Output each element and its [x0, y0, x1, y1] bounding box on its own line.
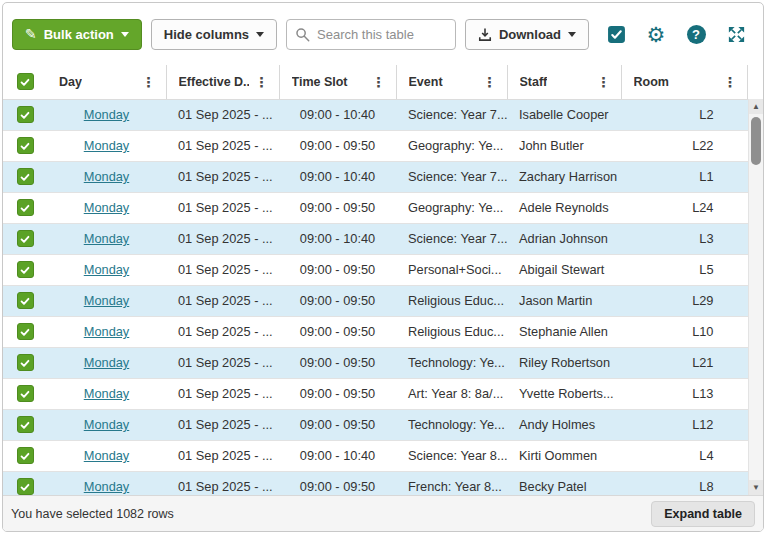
event-cell: Science: Year 7... [396, 161, 507, 192]
column-header-time-slot[interactable]: Time Slot⋮ [279, 65, 396, 99]
effective-date-cell: 01 Sep 2025 - ... [166, 130, 279, 161]
time-slot-cell: 09:00 - 09:50 [279, 130, 396, 161]
column-menu-icon[interactable]: ⋮ [717, 74, 737, 90]
column-menu-icon[interactable]: ⋮ [366, 74, 386, 90]
table-row[interactable]: Monday 01 Sep 2025 - ... 09:00 - 09:50 P… [3, 254, 748, 285]
check-icon [19, 109, 31, 121]
time-slot-cell: 09:00 - 10:40 [279, 223, 396, 254]
row-checkbox[interactable] [17, 323, 34, 340]
vertical-scrollbar[interactable]: ▲ ▼ [748, 99, 763, 495]
table-row[interactable]: Monday 01 Sep 2025 - ... 09:00 - 09:50 G… [3, 192, 748, 223]
settings-button[interactable]: ⚙ [638, 18, 674, 50]
effective-date-cell: 01 Sep 2025 - ... [166, 285, 279, 316]
table-row[interactable]: Monday 01 Sep 2025 - ... 09:00 - 10:40 S… [3, 99, 748, 130]
day-link[interactable]: Monday [84, 107, 130, 122]
table-row[interactable]: Monday 01 Sep 2025 - ... 09:00 - 09:50 R… [3, 316, 748, 347]
day-link[interactable]: Monday [84, 200, 130, 215]
room-cell: L13 [621, 378, 748, 409]
day-link[interactable]: Monday [84, 417, 130, 432]
scroll-up-arrow[interactable]: ▲ [749, 99, 763, 114]
column-menu-icon[interactable]: ⋮ [136, 74, 156, 90]
table-row[interactable]: Monday 01 Sep 2025 - ... 09:00 - 09:50 A… [3, 378, 748, 409]
effective-date-cell: 01 Sep 2025 - ... [166, 161, 279, 192]
select-rows-button[interactable] [598, 18, 634, 50]
event-cell: Religious Educ... [396, 316, 507, 347]
table-row[interactable]: Monday 01 Sep 2025 - ... 09:00 - 09:50 G… [3, 130, 748, 161]
event-cell: Science: Year 7... [396, 99, 507, 130]
column-menu-icon[interactable]: ⋮ [477, 74, 497, 90]
row-checkbox[interactable] [17, 292, 34, 309]
row-checkbox-cell [3, 285, 47, 316]
row-checkbox-cell [3, 347, 47, 378]
expand-table-button[interactable]: Expand table [651, 501, 755, 527]
day-link[interactable]: Monday [84, 262, 130, 277]
effective-date-cell: 01 Sep 2025 - ... [166, 223, 279, 254]
day-cell: Monday [47, 316, 166, 347]
day-link[interactable]: Monday [84, 448, 130, 463]
event-cell: Technology: Ye... [396, 409, 507, 440]
row-checkbox[interactable] [17, 230, 34, 247]
scroll-down-arrow[interactable]: ▼ [749, 480, 763, 495]
row-checkbox[interactable] [17, 261, 34, 278]
scroll-thumb[interactable] [751, 117, 761, 165]
row-checkbox-cell [3, 99, 47, 130]
column-menu-icon[interactable]: ⋮ [249, 74, 269, 90]
day-link[interactable]: Monday [84, 386, 130, 401]
table-area: Day⋮ Effective D...⋮ Time Slot⋮ Event⋮ S… [3, 65, 763, 495]
download-button[interactable]: Download [465, 19, 589, 50]
table-row[interactable]: Monday 01 Sep 2025 - ... 09:00 - 09:50 T… [3, 409, 748, 440]
day-link[interactable]: Monday [84, 138, 130, 153]
hide-columns-button[interactable]: Hide columns [151, 19, 277, 50]
row-checkbox[interactable] [17, 447, 34, 464]
day-link[interactable]: Monday [84, 324, 130, 339]
check-icon [19, 357, 31, 369]
row-checkbox[interactable] [17, 106, 34, 123]
table-row[interactable]: Monday 01 Sep 2025 - ... 09:00 - 10:40 S… [3, 161, 748, 192]
column-menu-icon[interactable]: ⋮ [591, 74, 611, 90]
column-header-event[interactable]: Event⋮ [396, 65, 507, 99]
time-slot-cell: 09:00 - 09:50 [279, 409, 396, 440]
row-checkbox-cell [3, 192, 47, 223]
row-checkbox-cell [3, 316, 47, 347]
row-checkbox[interactable] [17, 385, 34, 402]
selection-status: You have selected 1082 rows [11, 507, 174, 521]
table-row[interactable]: Monday 01 Sep 2025 - ... 09:00 - 10:40 S… [3, 440, 748, 471]
bulk-action-button[interactable]: ✎ Bulk action [12, 19, 142, 50]
column-header-staff[interactable]: Staff⋮ [507, 65, 621, 99]
day-cell: Monday [47, 161, 166, 192]
select-all-checkbox[interactable] [17, 73, 34, 90]
time-slot-cell: 09:00 - 09:50 [279, 192, 396, 223]
row-checkbox[interactable] [17, 137, 34, 154]
staff-cell: Kirti Oommen [507, 440, 621, 471]
day-link[interactable]: Monday [84, 293, 130, 308]
column-header-effective-date[interactable]: Effective D...⋮ [166, 65, 279, 99]
table-row[interactable]: Monday 01 Sep 2025 - ... 09:00 - 09:50 F… [3, 471, 748, 495]
time-slot-cell: 09:00 - 10:40 [279, 440, 396, 471]
header-row: Day⋮ Effective D...⋮ Time Slot⋮ Event⋮ S… [3, 65, 748, 99]
column-header-room[interactable]: Room⋮ [621, 65, 748, 99]
row-checkbox[interactable] [17, 168, 34, 185]
day-link[interactable]: Monday [84, 479, 130, 494]
day-link[interactable]: Monday [84, 169, 130, 184]
help-button[interactable]: ? [678, 18, 714, 50]
column-header-day[interactable]: Day⋮ [47, 65, 166, 99]
fullscreen-button[interactable] [718, 18, 754, 50]
column-label: Time Slot [292, 75, 348, 89]
time-slot-cell: 09:00 - 09:50 [279, 347, 396, 378]
row-checkbox[interactable] [17, 199, 34, 216]
table-row[interactable]: Monday 01 Sep 2025 - ... 09:00 - 10:40 S… [3, 223, 748, 254]
row-checkbox[interactable] [17, 354, 34, 371]
row-checkbox-cell [3, 471, 47, 495]
search-input[interactable] [286, 19, 456, 50]
row-checkbox[interactable] [17, 478, 34, 495]
effective-date-cell: 01 Sep 2025 - ... [166, 378, 279, 409]
checkbox-marked-icon [607, 25, 626, 44]
day-link[interactable]: Monday [84, 231, 130, 246]
column-label: Day [59, 75, 82, 89]
row-checkbox[interactable] [17, 416, 34, 433]
table-row[interactable]: Monday 01 Sep 2025 - ... 09:00 - 09:50 R… [3, 285, 748, 316]
time-slot-cell: 09:00 - 09:50 [279, 471, 396, 495]
day-link[interactable]: Monday [84, 355, 130, 370]
table-row[interactable]: Monday 01 Sep 2025 - ... 09:00 - 09:50 T… [3, 347, 748, 378]
check-icon [19, 264, 31, 276]
